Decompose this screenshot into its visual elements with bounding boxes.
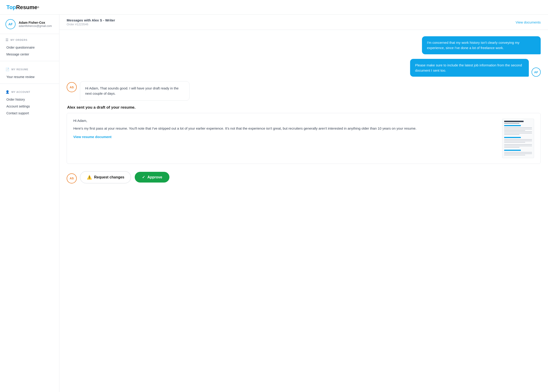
my-account-title: 👤 MY ACCOUNT (6, 90, 54, 94)
preview-full-1 (504, 127, 532, 128)
draft-section: Alex sent you a draft of your resume. Hi… (67, 105, 541, 183)
my-orders-title: ☰ MY ORDERS (6, 38, 54, 42)
resume-preview-thumbnail (502, 119, 534, 158)
preview-name-line (504, 121, 524, 122)
draft-card: Hi Adam, Here's my first pass at your re… (67, 113, 541, 164)
my-account-section: 👤 MY ACCOUNT Order history Account setti… (0, 86, 59, 118)
preview-full-4 (504, 133, 532, 133)
incoming-avatar-2: AS (67, 173, 77, 183)
my-resume-title: 📄 MY RESUME (6, 68, 54, 71)
preview-full-10 (504, 153, 532, 154)
outgoing-message-2: Please make sure to include the latest j… (67, 59, 541, 77)
action-row-with-avatar: AS ⚠️ Request changes ✓ Approve (67, 166, 541, 183)
request-changes-button[interactable]: ⚠️ Request changes (80, 171, 131, 183)
preview-full-9 (504, 152, 532, 153)
logo: Top Resume ® (6, 4, 39, 10)
avatar: AF (6, 19, 15, 29)
draft-card-inner: Hi Adam, Here's my first pass at your re… (73, 119, 534, 158)
preview-short-2 (504, 147, 520, 148)
sidebar-item-order-history[interactable]: Order history (6, 96, 54, 103)
preview-header-line (504, 125, 521, 126)
preview-medium-1 (504, 130, 525, 131)
logo-reg: ® (37, 6, 39, 9)
view-documents-link[interactable]: View documents (516, 20, 541, 24)
request-changes-label: Request changes (94, 175, 124, 179)
draft-notification: Alex sent you a draft of your resume. (67, 105, 541, 110)
draft-body: Here's my first pass at your resume. You… (73, 126, 497, 131)
preview-full-8 (504, 146, 532, 146)
user-section: AF Adam Fisher-Cox adamfishercox@gmail.c… (0, 14, 59, 34)
approve-button[interactable]: ✓ Approve (135, 172, 169, 182)
preview-medium-2 (504, 142, 525, 143)
preview-full-6 (504, 140, 532, 141)
preview-full-5 (504, 139, 532, 140)
content-area: Messages with Alex S - Writer Order #122… (59, 14, 548, 392)
page-title: Messages with Alex S - Writer (67, 18, 115, 22)
sidebar-item-contact-support[interactable]: Contact support (6, 110, 54, 117)
orders-icon: ☰ (6, 38, 9, 42)
preview-header-2 (504, 137, 521, 138)
resume-icon: 📄 (6, 68, 10, 71)
incoming-message-1: AS Hi Adam, That sounds good. I will hav… (67, 81, 541, 101)
divider-1 (0, 61, 59, 61)
preview-medium-3 (504, 155, 525, 155)
incoming-bubble-1: Hi Adam, That sounds good. I will have y… (80, 81, 190, 101)
user-info: Adam Fisher-Cox adamfishercox@gmail.com (19, 21, 52, 28)
sidebar-item-order-questionnaire[interactable]: Order questionnaire (6, 44, 54, 51)
outgoing-avatar: AF (532, 68, 541, 77)
preview-full-2 (504, 129, 532, 129)
account-icon: 👤 (6, 90, 10, 94)
preview-full-3 (504, 131, 532, 132)
outgoing-bubble-1: I'm concerned that my work history isn't… (422, 36, 541, 54)
topbar: Top Resume ® (0, 0, 548, 14)
user-name: Adam Fisher-Cox (19, 21, 52, 24)
draft-greeting: Hi Adam, (73, 119, 497, 123)
order-number: Order #1223546 (67, 23, 115, 26)
check-icon: ✓ (142, 175, 145, 179)
view-resume-link[interactable]: View resume document (73, 135, 111, 139)
my-resume-section: 📄 MY RESUME Your resume review (0, 63, 59, 81)
incoming-avatar-1: AS (67, 82, 77, 92)
outgoing-message-1: I'm concerned that my work history isn't… (67, 36, 541, 54)
user-email: adamfishercox@gmail.com (19, 24, 52, 28)
main-layout: AF Adam Fisher-Cox adamfishercox@gmail.c… (0, 14, 548, 392)
preview-short-1 (504, 134, 520, 135)
sidebar-item-resume-review[interactable]: Your resume review (6, 73, 54, 80)
logo-resume: Resume (16, 4, 37, 10)
my-orders-section: ☰ MY ORDERS Order questionnaire Message … (0, 34, 59, 59)
sidebar-item-account-settings[interactable]: Account settings (6, 103, 54, 110)
logo-top: Top (6, 4, 16, 10)
preview-contact-line (504, 123, 520, 124)
preview-header-3 (504, 150, 521, 151)
approve-label: Approve (147, 175, 162, 179)
sidebar-item-message-center[interactable]: Message center (6, 51, 54, 58)
outgoing-bubble-2: Please make sure to include the latest j… (410, 59, 529, 77)
sidebar: AF Adam Fisher-Cox adamfishercox@gmail.c… (0, 14, 59, 392)
content-header: Messages with Alex S - Writer Order #122… (59, 14, 548, 30)
preview-lines (504, 121, 532, 156)
messages-container: I'm concerned that my work history isn't… (59, 30, 548, 392)
content-header-left: Messages with Alex S - Writer Order #122… (67, 18, 115, 26)
action-row: ⚠️ Request changes ✓ Approve (80, 171, 169, 183)
warning-icon: ⚠️ (87, 175, 92, 180)
divider-2 (0, 84, 59, 84)
draft-text: Hi Adam, Here's my first pass at your re… (73, 119, 497, 158)
preview-full-7 (504, 144, 532, 145)
